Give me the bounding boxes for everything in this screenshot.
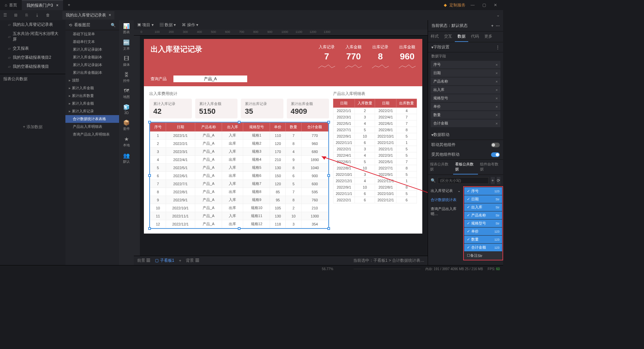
ds-field[interactable]: ✓数量123	[464, 236, 502, 243]
tab-front[interactable]: 前景 ☰	[137, 258, 150, 263]
layer-item[interactable]: 产品出入库明细表	[65, 123, 119, 131]
datasource-search[interactable]	[438, 177, 489, 184]
ds-field[interactable]: ✓日期Str	[464, 195, 502, 203]
toggle-link-by-other[interactable]	[491, 152, 500, 157]
datasource-tab[interactable]: 报表公共数据	[428, 160, 453, 174]
ds-field[interactable]: ✓序号123	[464, 187, 502, 195]
search-icon[interactable]: 🔍	[111, 23, 116, 28]
tool-媒体[interactable]: 🎞媒体	[123, 56, 130, 67]
close-icon[interactable]: ×	[109, 13, 111, 17]
tool-3D[interactable]: 🧊3D	[123, 104, 130, 115]
ds-field[interactable]: ✓合计金额123	[464, 244, 502, 251]
layer-item[interactable]: 累计出库金额副本	[65, 69, 119, 77]
field-row[interactable]: 单价×	[431, 103, 500, 110]
layer-item[interactable]: 基础单行文本	[65, 38, 119, 46]
link-section[interactable]: 数据联动	[433, 132, 449, 138]
sidebar-item[interactable]: 五水共治-河流污水治理大屏	[0, 29, 65, 44]
tool-默认[interactable]: 👥默认	[123, 152, 130, 164]
tool-图表[interactable]: 📊图表	[123, 23, 130, 35]
ds-field[interactable]: ✓单价123	[464, 228, 502, 235]
layer-item[interactable]: 基础下拉菜单	[65, 30, 119, 38]
field-row[interactable]: 产品名称×	[431, 78, 500, 85]
layer-item[interactable]: 累计入库金额	[65, 100, 119, 107]
tab-project[interactable]: 我的报表门户3 ×	[22, 0, 63, 10]
tab-add[interactable]: +	[63, 0, 75, 10]
layer-item[interactable]: 累计入库金额	[65, 84, 119, 92]
tool-本地[interactable]: ★本地	[123, 136, 130, 148]
win-close[interactable]: ✕	[491, 3, 500, 7]
tool-地图[interactable]: 🗺地图	[123, 88, 130, 99]
field-row[interactable]: 规格型号×	[431, 94, 500, 102]
rp-tab[interactable]: 交互	[441, 32, 455, 42]
add-state-icon[interactable]: +	[491, 23, 493, 28]
custom-service[interactable]: 定制服务	[449, 2, 466, 8]
stat-card: 累计出库金额4909	[287, 99, 329, 118]
query-input[interactable]	[173, 76, 247, 82]
rp-tab[interactable]: 数据	[455, 32, 468, 42]
newfile-icon[interactable]: ⎘	[23, 13, 30, 17]
datasource-tab[interactable]: 组件自有数据	[478, 160, 503, 174]
field-row[interactable]: 序号×	[431, 61, 500, 68]
rp-tab[interactable]: 代码	[468, 32, 482, 42]
layer-item[interactable]: 累计出库数量	[65, 92, 119, 100]
field-row[interactable]: 数量×	[431, 111, 500, 119]
menu-action[interactable]: ⌘ 操作 ▾	[182, 22, 198, 28]
ds-field[interactable]: ✓产品名称Str	[464, 211, 502, 219]
search-icon: 🔍	[431, 178, 436, 183]
win-max[interactable]: ▢	[480, 3, 488, 7]
layer-item[interactable]: 累计入库金额副本	[65, 53, 119, 61]
ds-field[interactable]: ✓出入库Str	[464, 203, 502, 211]
menu-project[interactable]: ▣ 项目 ▾	[137, 22, 154, 28]
datasource-tab[interactable]: 看板公共数据	[453, 160, 478, 174]
rp-tab[interactable]: 样式	[428, 32, 441, 42]
sidebar-item[interactable]: 交叉报表	[0, 44, 65, 53]
field-row[interactable]: 合计金额×	[431, 119, 500, 127]
menu-data[interactable]: ▤ 数据 ▾	[160, 22, 176, 28]
add-data-button[interactable]: + 添加数据	[0, 124, 65, 130]
sidebar-item[interactable]: 我的空基础报表项目2	[0, 53, 65, 62]
download-icon[interactable]: ⭳	[34, 13, 40, 17]
datasource-item[interactable]: 查询产品出入库明…	[428, 204, 463, 218]
menu-icon[interactable]: ☰	[2, 13, 8, 17]
field-section[interactable]: 字段设置	[433, 44, 449, 50]
datasource-item[interactable]: 出入库登记表 ⌄	[428, 186, 463, 195]
tool-控件[interactable]: 🎛控件	[123, 72, 130, 83]
tab-back[interactable]: 背景 ☰	[186, 258, 199, 263]
rp-tab[interactable]: 更多	[482, 32, 495, 42]
diamond-icon: ◆	[444, 3, 447, 7]
field-row[interactable]: 出入库×	[431, 86, 500, 94]
query-label: 查询产品	[151, 76, 167, 82]
layer-item[interactable]: 合计数据统计表表格	[65, 115, 119, 123]
tab-home[interactable]: ⌂ 首页	[0, 0, 22, 10]
tab-subboard[interactable]: ▢ 子看板1	[155, 258, 174, 263]
detail-table: 日期入库数量日期出库数量2022/1/122022/2/142022/3/132…	[333, 99, 417, 203]
tool-套件[interactable]: 📦套件	[123, 119, 130, 131]
zoom-level[interactable]: 56.77%	[322, 267, 333, 271]
layer-item[interactable]: 累计入库记录副本	[65, 61, 119, 69]
win-min[interactable]: —	[468, 3, 477, 7]
section-public-data: 报表公共数据	[0, 74, 65, 84]
tool-文本[interactable]: 🔤文本	[123, 39, 130, 51]
toggle-link-other[interactable]	[491, 143, 500, 147]
delete-icon[interactable]: 🗑	[45, 13, 51, 17]
ds-field-remark[interactable]: ☐备注Str	[464, 252, 502, 259]
ds-field[interactable]: ✓规格型号Str	[464, 219, 502, 227]
layer-item[interactable]: 查询产品出入库明细表	[65, 131, 119, 138]
layer-item[interactable]: 顶部	[65, 77, 119, 84]
sidebar-item[interactable]: 我的出入库登记记录表	[0, 20, 65, 29]
sidebar-item[interactable]: 我的空基础报表项目	[0, 62, 65, 71]
layer-item[interactable]: 累计入库记录	[65, 107, 119, 115]
layer-item[interactable]: 累计入库记录副本	[65, 46, 119, 53]
tab-add[interactable]: +	[179, 258, 181, 263]
datasource-item[interactable]: 合计数据统计表	[428, 195, 463, 204]
main-table-selected[interactable]: 序号日期产品名称出入库规格型号单价数量合计金额12022/1/1产品_A入库规格…	[149, 122, 329, 229]
more-icon[interactable]: ⋮	[496, 45, 500, 50]
chevron-down-icon[interactable]: ⌄	[495, 13, 501, 17]
add-ds-button[interactable]: +	[491, 177, 495, 184]
newfolder-icon[interactable]: ⊞	[13, 13, 19, 17]
field-row[interactable]: 日期×	[431, 69, 500, 77]
file-tab[interactable]: 我的出入库登记记录表×	[62, 11, 114, 19]
refresh-ds-button[interactable]: ⟳	[497, 177, 501, 184]
more-icon[interactable]: ⋯	[496, 23, 500, 28]
kpi-card: 出库金额960	[399, 44, 416, 71]
